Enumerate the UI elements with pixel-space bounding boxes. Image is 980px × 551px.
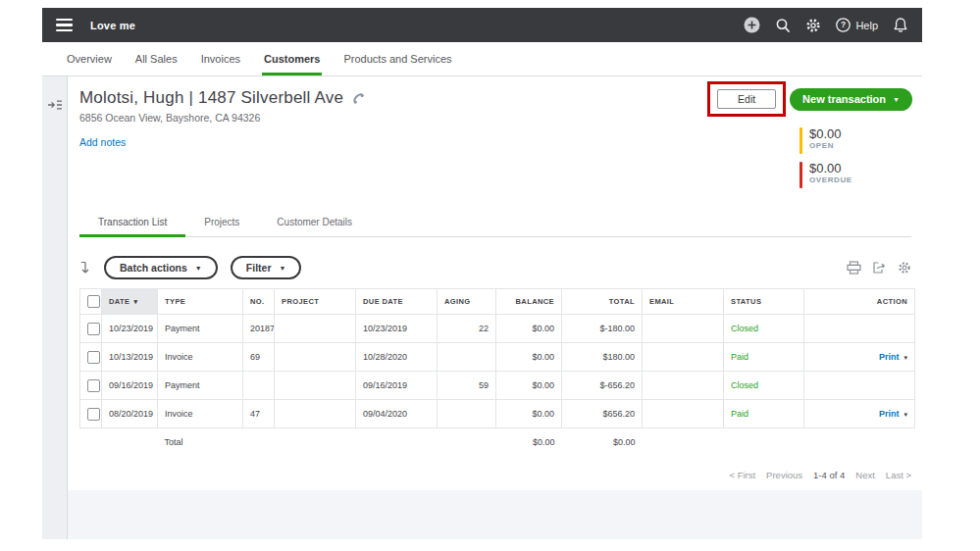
cell-aging: 22 (438, 315, 496, 343)
pagination-range: 1-4 of 4 (813, 470, 845, 480)
total-cell-no (243, 428, 275, 457)
row-checkbox[interactable] (87, 408, 100, 421)
cell-due_date: 10/23/2019 (356, 315, 438, 343)
cell-due_date: 09/16/2019 (356, 372, 438, 400)
column-header-due_date[interactable]: DUE DATE (356, 289, 438, 315)
column-header-aging[interactable]: AGING (438, 289, 496, 315)
chevron-down-icon: ▾ (903, 411, 907, 418)
cell-no: 20187 (243, 315, 275, 343)
pagination-next[interactable]: Next (855, 470, 875, 480)
hamburger-menu-icon[interactable] (50, 15, 78, 36)
detail-tab-projects[interactable]: Projects (185, 209, 258, 237)
help-button[interactable]: ? Help (836, 18, 878, 32)
cell-status: Paid (724, 343, 804, 372)
column-header-date[interactable]: DATE▾ (102, 289, 158, 315)
left-rail (42, 76, 68, 539)
cell-no (243, 372, 275, 400)
add-notes-link[interactable]: Add notes (79, 136, 126, 148)
cell-type: Payment (158, 315, 243, 343)
print-action-link[interactable]: Print (879, 352, 900, 362)
export-icon[interactable] (872, 261, 887, 275)
notifications-bell-icon[interactable] (893, 17, 908, 33)
pagination: < FirstPrevious1-4 of 4NextLast > (68, 457, 922, 490)
cell-email (643, 343, 724, 372)
cell-balance: $0.00 (496, 343, 562, 372)
new-transaction-label: New transaction (802, 93, 886, 105)
cell-total: $-656.20 (562, 372, 643, 400)
chevron-down-icon: ▼ (893, 96, 900, 103)
collapse-panel-icon[interactable] (47, 98, 63, 539)
cell-project (275, 315, 356, 343)
select-all-checkbox[interactable] (87, 295, 100, 308)
batch-actions-label: Batch actions (120, 262, 187, 274)
sort-arrow-icon[interactable] (79, 261, 91, 275)
status-badge: Paid (731, 409, 748, 419)
table-row: 09/16/2019Payment09/16/201959$0.00$-656.… (80, 372, 915, 400)
select-all-cell (80, 289, 102, 315)
row-checkbox[interactable] (87, 323, 100, 335)
total-cell-date (102, 428, 158, 457)
chevron-down-icon: ▼ (195, 265, 202, 272)
cell-balance: $0.00 (496, 400, 562, 428)
table-total-row: Total$0.00$0.00 (80, 428, 915, 457)
column-header-type[interactable]: TYPE (158, 289, 243, 315)
filter-button[interactable]: Filter ▼ (231, 256, 302, 279)
pagination-first[interactable]: < First (729, 470, 755, 480)
table-header-row: DATE▾TYPENO.PROJECTDUE DATEAGINGBALANCET… (80, 289, 915, 315)
cell-status: Closed (724, 372, 804, 400)
cell-status: Closed (724, 315, 804, 343)
nav-tab-invoices[interactable]: Invoices (199, 42, 242, 75)
topbar: Love me ? Help (42, 8, 922, 42)
cell-aging (438, 400, 496, 428)
total-cell-action (804, 428, 915, 457)
row-checkbox[interactable] (87, 379, 100, 392)
cell-action[interactable]: Print▾ (804, 400, 915, 428)
table-settings-gear-icon[interactable] (898, 261, 911, 275)
nav-tab-products-and-services[interactable]: Products and Services (341, 42, 453, 75)
summary-bar-open (799, 127, 802, 154)
customer-header: Molotsi, Hugh | 1487 Silverbell Ave 6856… (68, 76, 922, 209)
table-toolbar: Batch actions ▼ Filter ▼ (79, 256, 911, 279)
pagination-last[interactable]: Last > (886, 470, 911, 480)
cell-email (643, 372, 724, 400)
detail-tab-transaction-list[interactable]: Transaction List (79, 209, 185, 237)
cell-email (643, 315, 724, 343)
print-list-icon[interactable] (847, 261, 861, 275)
column-header-balance[interactable]: BALANCE (496, 289, 562, 315)
filter-label: Filter (246, 262, 272, 274)
cell-action[interactable]: Print▾ (804, 343, 915, 372)
table-row: 10/23/2019Payment2018710/23/201922$0.00$… (80, 315, 915, 343)
print-action-link[interactable]: Print (879, 409, 900, 419)
edit-button[interactable]: Edit (717, 89, 776, 109)
cell-type: Payment (158, 372, 243, 400)
column-header-email[interactable]: EMAIL (643, 289, 724, 315)
row-select-cell (80, 315, 102, 343)
total-cell-aging (438, 428, 496, 457)
settings-gear-icon[interactable] (805, 18, 821, 33)
column-header-no[interactable]: NO. (243, 289, 275, 315)
nav-tab-overview[interactable]: Overview (65, 42, 114, 75)
table-row: 10/13/2019Invoice6910/28/2020$0.00$180.0… (80, 343, 915, 372)
column-header-total[interactable]: TOTAL (562, 289, 643, 315)
cell-no: 69 (243, 343, 275, 372)
total-cell-email (643, 428, 724, 457)
column-header-status[interactable]: STATUS (724, 289, 804, 315)
search-icon[interactable] (775, 18, 791, 33)
quick-create-plus-icon[interactable] (744, 17, 760, 33)
total-cell-total: $0.00 (562, 428, 643, 457)
nav-tab-customers[interactable]: Customers (262, 42, 322, 75)
main-nav-tabs: OverviewAll SalesInvoicesCustomersProduc… (42, 42, 922, 76)
pagination-previous[interactable]: Previous (766, 470, 802, 480)
batch-actions-button[interactable]: Batch actions ▼ (104, 256, 218, 279)
transaction-table: DATE▾TYPENO.PROJECTDUE DATEAGINGBALANCET… (79, 288, 915, 457)
row-select-cell (80, 343, 102, 372)
new-transaction-button[interactable]: New transaction ▼ (790, 88, 912, 111)
row-checkbox[interactable] (87, 351, 100, 364)
nav-tab-all-sales[interactable]: All Sales (133, 42, 180, 75)
detail-tab-customer-details[interactable]: Customer Details (258, 209, 371, 237)
column-header-action[interactable]: ACTION (804, 289, 915, 315)
cell-date: 09/16/2019 (102, 372, 158, 400)
app-window: Love me ? Help OverviewAll SalesIn (42, 8, 922, 539)
cell-status: Paid (724, 400, 804, 428)
column-header-project[interactable]: PROJECT (275, 289, 356, 315)
